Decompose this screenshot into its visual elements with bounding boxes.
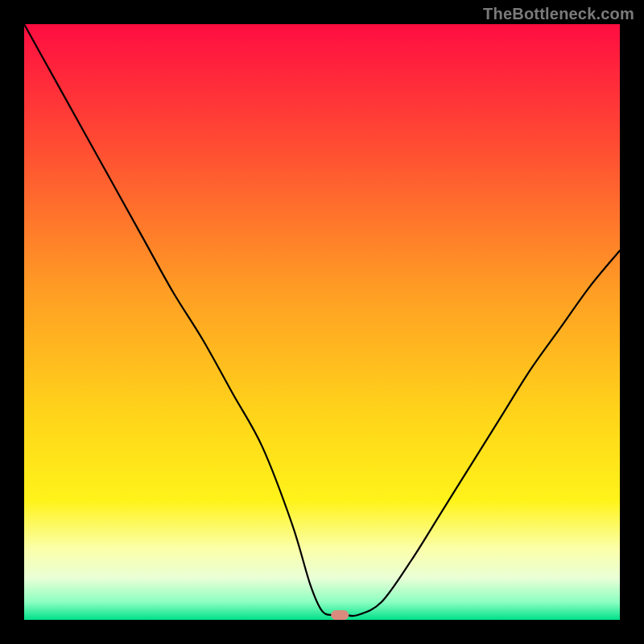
optimal-point-marker <box>331 610 349 620</box>
bottleneck-chart <box>24 24 620 620</box>
watermark-text: TheBottleneck.com <box>483 5 634 23</box>
plot-background <box>24 24 620 620</box>
chart-frame: TheBottleneck.com <box>0 0 644 644</box>
